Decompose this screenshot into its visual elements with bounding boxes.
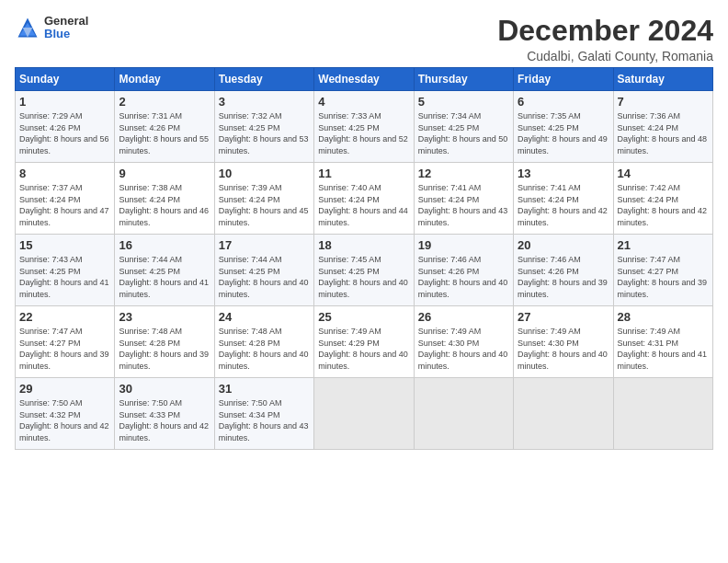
weekday-header: Saturday xyxy=(613,68,712,91)
title-block: December 2024 Cudalbi, Galati County, Ro… xyxy=(497,15,713,63)
page-container: General Blue December 2024 Cudalbi, Gala… xyxy=(0,0,728,457)
day-number: 14 xyxy=(618,167,709,180)
day-info: Sunrise: 7:38 AMSunset: 4:24 PMDaylight:… xyxy=(119,183,209,227)
day-info: Sunrise: 7:47 AMSunset: 4:27 PMDaylight:… xyxy=(618,255,708,299)
day-info: Sunrise: 7:50 AMSunset: 4:32 PMDaylight:… xyxy=(19,398,109,442)
calendar-cell: 26Sunrise: 7:49 AMSunset: 4:30 PMDayligh… xyxy=(414,306,513,378)
calendar-cell: 2Sunrise: 7:31 AMSunset: 4:26 PMDaylight… xyxy=(115,91,214,163)
day-info: Sunrise: 7:49 AMSunset: 4:30 PMDaylight:… xyxy=(418,327,508,371)
day-info: Sunrise: 7:50 AMSunset: 4:33 PMDaylight:… xyxy=(119,398,209,442)
calendar-cell: 17Sunrise: 7:44 AMSunset: 4:25 PMDayligh… xyxy=(214,235,313,306)
day-number: 5 xyxy=(418,95,509,109)
day-number: 1 xyxy=(19,95,110,109)
calendar-cell xyxy=(414,378,513,450)
calendar-cell: 31Sunrise: 7:50 AMSunset: 4:34 PMDayligh… xyxy=(214,378,313,450)
calendar-cell: 22Sunrise: 7:47 AMSunset: 4:27 PMDayligh… xyxy=(16,306,115,378)
calendar-cell: 15Sunrise: 7:43 AMSunset: 4:25 PMDayligh… xyxy=(16,235,115,306)
calendar-cell: 27Sunrise: 7:49 AMSunset: 4:30 PMDayligh… xyxy=(514,306,613,378)
day-info: Sunrise: 7:39 AMSunset: 4:24 PMDaylight:… xyxy=(219,183,309,227)
calendar-cell: 24Sunrise: 7:48 AMSunset: 4:28 PMDayligh… xyxy=(214,306,313,378)
weekday-header: Thursday xyxy=(414,68,513,91)
calendar-cell xyxy=(514,378,613,450)
day-number: 21 xyxy=(618,238,709,252)
calendar-body: 1Sunrise: 7:29 AMSunset: 4:26 PMDaylight… xyxy=(16,91,713,450)
calendar-cell: 7Sunrise: 7:36 AMSunset: 4:24 PMDaylight… xyxy=(613,91,712,163)
calendar-cell: 14Sunrise: 7:42 AMSunset: 4:24 PMDayligh… xyxy=(613,163,712,235)
calendar-table: SundayMondayTuesdayWednesdayThursdayFrid… xyxy=(15,67,713,450)
weekday-header: Tuesday xyxy=(214,68,313,91)
day-info: Sunrise: 7:31 AMSunset: 4:26 PMDaylight:… xyxy=(119,111,209,155)
day-info: Sunrise: 7:49 AMSunset: 4:30 PMDaylight:… xyxy=(518,327,608,371)
logo-text: General Blue xyxy=(44,15,88,41)
day-info: Sunrise: 7:44 AMSunset: 4:25 PMDaylight:… xyxy=(219,255,309,299)
calendar-cell: 30Sunrise: 7:50 AMSunset: 4:33 PMDayligh… xyxy=(115,378,214,450)
weekday-header: Friday xyxy=(514,68,613,91)
day-number: 9 xyxy=(119,167,210,180)
day-number: 7 xyxy=(618,95,709,109)
calendar-cell xyxy=(613,378,712,450)
day-info: Sunrise: 7:45 AMSunset: 4:25 PMDaylight:… xyxy=(318,255,408,299)
calendar-week-row: 15Sunrise: 7:43 AMSunset: 4:25 PMDayligh… xyxy=(16,235,713,306)
day-number: 17 xyxy=(219,238,310,252)
calendar-cell: 12Sunrise: 7:41 AMSunset: 4:24 PMDayligh… xyxy=(414,163,513,235)
day-number: 15 xyxy=(19,238,110,252)
day-info: Sunrise: 7:49 AMSunset: 4:29 PMDaylight:… xyxy=(318,327,408,371)
day-info: Sunrise: 7:48 AMSunset: 4:28 PMDaylight:… xyxy=(119,327,209,371)
day-number: 20 xyxy=(518,238,609,252)
calendar-cell: 13Sunrise: 7:41 AMSunset: 4:24 PMDayligh… xyxy=(514,163,613,235)
calendar-cell: 8Sunrise: 7:37 AMSunset: 4:24 PMDaylight… xyxy=(16,163,115,235)
day-info: Sunrise: 7:44 AMSunset: 4:25 PMDaylight:… xyxy=(119,255,209,299)
calendar-cell: 11Sunrise: 7:40 AMSunset: 4:24 PMDayligh… xyxy=(314,163,414,235)
logo-general: General xyxy=(44,15,88,28)
day-number: 2 xyxy=(119,95,210,109)
location-title: Cudalbi, Galati County, Romania xyxy=(497,49,713,63)
day-info: Sunrise: 7:36 AMSunset: 4:24 PMDaylight:… xyxy=(618,111,708,155)
day-number: 4 xyxy=(318,95,409,109)
day-number: 19 xyxy=(418,238,509,252)
calendar-cell: 4Sunrise: 7:33 AMSunset: 4:25 PMDaylight… xyxy=(314,91,414,163)
day-number: 10 xyxy=(219,167,310,180)
header: General Blue December 2024 Cudalbi, Gala… xyxy=(15,15,713,63)
day-info: Sunrise: 7:32 AMSunset: 4:25 PMDaylight:… xyxy=(219,111,309,155)
day-info: Sunrise: 7:34 AMSunset: 4:25 PMDaylight:… xyxy=(418,111,508,155)
weekday-header: Sunday xyxy=(16,68,115,91)
day-number: 12 xyxy=(418,167,509,180)
day-info: Sunrise: 7:41 AMSunset: 4:24 PMDaylight:… xyxy=(518,183,608,227)
calendar-cell: 16Sunrise: 7:44 AMSunset: 4:25 PMDayligh… xyxy=(115,235,214,306)
logo: General Blue xyxy=(15,15,88,41)
calendar-cell: 25Sunrise: 7:49 AMSunset: 4:29 PMDayligh… xyxy=(314,306,414,378)
calendar-cell xyxy=(314,378,414,450)
day-number: 8 xyxy=(19,167,110,180)
weekday-header-row: SundayMondayTuesdayWednesdayThursdayFrid… xyxy=(16,68,713,91)
calendar-cell: 1Sunrise: 7:29 AMSunset: 4:26 PMDaylight… xyxy=(16,91,115,163)
day-number: 22 xyxy=(19,310,110,324)
day-info: Sunrise: 7:49 AMSunset: 4:31 PMDaylight:… xyxy=(618,327,708,371)
day-number: 27 xyxy=(518,310,609,324)
day-info: Sunrise: 7:41 AMSunset: 4:24 PMDaylight:… xyxy=(418,183,508,227)
day-number: 30 xyxy=(119,382,210,396)
day-info: Sunrise: 7:29 AMSunset: 4:26 PMDaylight:… xyxy=(19,111,109,155)
day-info: Sunrise: 7:42 AMSunset: 4:24 PMDaylight:… xyxy=(618,183,708,227)
calendar-cell: 19Sunrise: 7:46 AMSunset: 4:26 PMDayligh… xyxy=(414,235,513,306)
calendar-cell: 29Sunrise: 7:50 AMSunset: 4:32 PMDayligh… xyxy=(16,378,115,450)
day-info: Sunrise: 7:37 AMSunset: 4:24 PMDaylight:… xyxy=(19,183,109,227)
calendar-cell: 18Sunrise: 7:45 AMSunset: 4:25 PMDayligh… xyxy=(314,235,414,306)
calendar-cell: 9Sunrise: 7:38 AMSunset: 4:24 PMDaylight… xyxy=(115,163,214,235)
calendar-cell: 6Sunrise: 7:35 AMSunset: 4:25 PMDaylight… xyxy=(514,91,613,163)
calendar-cell: 23Sunrise: 7:48 AMSunset: 4:28 PMDayligh… xyxy=(115,306,214,378)
day-number: 16 xyxy=(119,238,210,252)
day-info: Sunrise: 7:46 AMSunset: 4:26 PMDaylight:… xyxy=(518,255,608,299)
day-info: Sunrise: 7:43 AMSunset: 4:25 PMDaylight:… xyxy=(19,255,109,299)
calendar-week-row: 22Sunrise: 7:47 AMSunset: 4:27 PMDayligh… xyxy=(16,306,713,378)
day-number: 13 xyxy=(518,167,609,180)
month-title: December 2024 xyxy=(497,15,713,47)
calendar-cell: 5Sunrise: 7:34 AMSunset: 4:25 PMDaylight… xyxy=(414,91,513,163)
calendar-cell: 28Sunrise: 7:49 AMSunset: 4:31 PMDayligh… xyxy=(613,306,712,378)
calendar-cell: 3Sunrise: 7:32 AMSunset: 4:25 PMDaylight… xyxy=(214,91,313,163)
day-number: 6 xyxy=(518,95,609,109)
day-number: 18 xyxy=(318,238,409,252)
day-info: Sunrise: 7:33 AMSunset: 4:25 PMDaylight:… xyxy=(318,111,408,155)
calendar-cell: 10Sunrise: 7:39 AMSunset: 4:24 PMDayligh… xyxy=(214,163,313,235)
day-number: 26 xyxy=(418,310,509,324)
logo-icon xyxy=(15,15,40,40)
